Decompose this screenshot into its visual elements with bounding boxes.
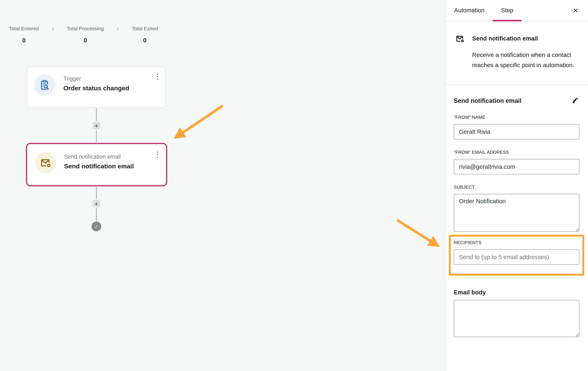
trigger-card-text: Trigger Order status changed <box>63 74 129 93</box>
panel-tabbar: Automation Step ✕ <box>445 0 588 21</box>
automation-stats: Total Entered 0 › Total Processing 0 › T… <box>9 25 158 44</box>
tab-step[interactable]: Step <box>493 0 522 21</box>
check-icon: ✓ <box>94 224 98 229</box>
from-name-input[interactable] <box>454 124 579 139</box>
stat-total-processing: Total Processing 0 <box>67 25 104 44</box>
recipients-highlight-box: RECIPIENTS <box>449 235 584 276</box>
chevron-right-icon: › <box>116 25 119 32</box>
step-icon-circle <box>35 152 56 174</box>
arrow-to-step-card <box>177 106 223 137</box>
stat-total-exited: Total Exited 0 <box>132 25 158 44</box>
clipboard-search-icon <box>39 79 51 91</box>
email-body-textarea[interactable] <box>454 300 579 337</box>
stat-label: Total Exited <box>132 25 158 32</box>
connector-line <box>96 130 97 142</box>
close-panel-button[interactable]: ✕ <box>569 0 582 21</box>
step-card[interactable]: Send notification email Send notificatio… <box>28 145 165 184</box>
connector-line <box>96 208 97 222</box>
stat-label: Total Processing <box>67 25 104 32</box>
trigger-kind-label: Trigger <box>63 75 129 83</box>
recipients-input[interactable] <box>454 249 579 265</box>
from-email-input[interactable] <box>454 159 579 174</box>
stat-value: 0 <box>22 37 26 44</box>
chevron-right-icon: › <box>52 25 54 32</box>
automation-canvas: Total Entered 0 › Total Processing 0 › T… <box>0 0 445 371</box>
close-icon: ✕ <box>573 7 578 14</box>
email-body-label: Email body <box>454 289 579 296</box>
step-type-description: Receive a notification when a contact re… <box>472 50 583 70</box>
stat-value: 0 <box>84 37 87 44</box>
step-title: Send notification email <box>64 162 134 171</box>
connector-line <box>96 187 97 199</box>
step-card-selected[interactable]: Send notification email Send notificatio… <box>26 143 167 186</box>
email-gear-icon <box>40 157 52 169</box>
step-type-title: Send notification email <box>472 34 538 43</box>
trigger-icon-circle <box>34 74 55 95</box>
trigger-title: Order status changed <box>63 85 129 93</box>
step-card-text: Send notification email Send notificatio… <box>64 152 134 171</box>
step-settings-panel: Automation Step ✕ <box>445 0 588 371</box>
pencil-icon <box>572 96 579 103</box>
add-step-button[interactable]: + <box>93 200 100 207</box>
trigger-menu-button[interactable]: ⋮ <box>153 71 162 82</box>
stat-label: Total Entered <box>9 25 39 32</box>
from-name-label: "FROM" NAME <box>454 115 579 120</box>
recipients-label: RECIPIENTS <box>454 240 579 245</box>
edit-step-name-button[interactable] <box>571 96 579 105</box>
tab-automation[interactable]: Automation <box>446 0 493 21</box>
subject-label: SUBJECT <box>454 184 579 190</box>
step-name-heading: Send notification email <box>454 97 521 104</box>
automation-editor: Total Entered 0 › Total Processing 0 › T… <box>0 0 588 371</box>
subject-textarea[interactable]: Order Notification <box>454 194 579 232</box>
add-step-button[interactable]: + <box>93 122 100 129</box>
step-menu-button[interactable]: ⋮ <box>153 149 162 160</box>
connector-line <box>96 108 97 121</box>
from-email-label: "FROM" EMAIL ADDRESS <box>454 150 579 155</box>
trigger-card[interactable]: Trigger Order status changed ⋮ <box>27 67 165 108</box>
automation-end-node: ✓ <box>92 222 101 231</box>
stat-value: 0 <box>143 37 147 44</box>
arrow-to-recipients <box>397 220 436 245</box>
step-description-header: Send notification email Receive a notifi… <box>445 21 588 85</box>
email-gear-icon <box>455 34 465 44</box>
step-settings-form: Send notification email "FROM" NAME "FRO… <box>445 96 588 346</box>
step-kind-label: Send notification email <box>64 153 134 160</box>
stat-total-entered: Total Entered 0 <box>9 25 39 44</box>
